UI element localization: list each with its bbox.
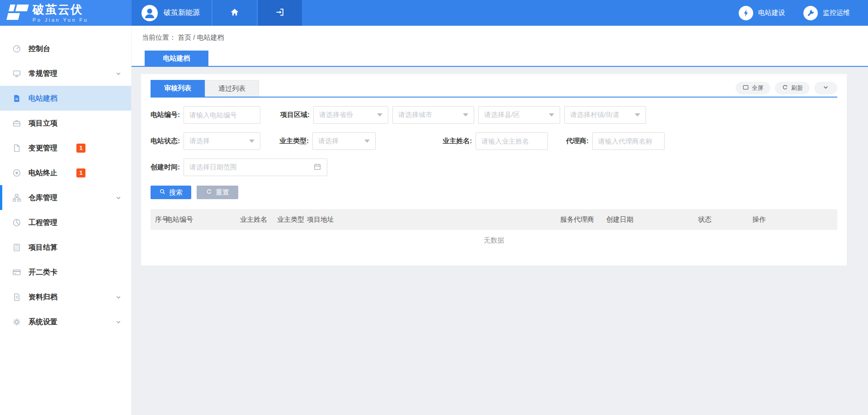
city-select[interactable]: 请选择城市	[392, 106, 474, 124]
refresh-icon	[782, 84, 788, 92]
home-icon	[230, 7, 240, 19]
caret-down-icon	[549, 113, 554, 117]
owner-type-select[interactable]: 请选择	[312, 132, 376, 150]
fullscreen-button[interactable]: 全屏	[736, 82, 770, 94]
station-no-label: 电站编号:	[151, 111, 180, 119]
archive-icon	[12, 293, 21, 302]
refresh-label: 刷新	[791, 84, 803, 92]
logo-title: 破茧云伏	[33, 4, 88, 15]
search-button[interactable]: 搜索	[151, 186, 191, 199]
filter-actions: 搜索 重置	[151, 186, 837, 199]
gear-icon	[12, 317, 21, 326]
column-header-project-address: 项目地址	[307, 215, 560, 224]
sidebar-item-console[interactable]: 控制台	[0, 36, 131, 61]
city-placeholder: 请选择城市	[398, 111, 432, 119]
refresh-button[interactable]: 刷新	[775, 82, 810, 94]
header-spacer	[302, 0, 739, 26]
page-tab-station-archive[interactable]: 电站建档	[145, 51, 208, 66]
file-icon	[12, 144, 21, 153]
collapse-toggle-button[interactable]	[814, 82, 837, 94]
user-name: 破茧新能源	[164, 8, 200, 18]
owner-name-label: 业主姓名:	[443, 137, 472, 145]
home-button[interactable]	[212, 0, 257, 26]
module-label: 电站建设	[758, 9, 785, 17]
sidebar-item-change-mgmt[interactable]: 变更管理 1	[0, 135, 131, 160]
filter-row-3: 创建时间: 请选择日期范围	[151, 159, 837, 176]
file-text-icon	[12, 94, 21, 103]
caret-down-icon	[249, 140, 255, 143]
sidebar-item-label: 开二类卡	[28, 269, 57, 276]
main-area: 当前位置： 首页 / 电站建档 电站建档 审核列表 通过列表 全屏	[132, 26, 868, 415]
tab-review-list[interactable]: 审核列表	[151, 80, 205, 97]
sidebar-item-label: 常规管理	[28, 70, 57, 77]
breadcrumb-path[interactable]: 首页 / 电站建档	[178, 33, 224, 41]
panel-tools: 全屏 刷新	[736, 82, 837, 97]
logout-button[interactable]	[257, 0, 302, 26]
sidebar-item-label: 系统设置	[28, 318, 57, 326]
station-status-select[interactable]: 请选择	[184, 132, 260, 150]
breadcrumb-prefix: 当前位置：	[142, 33, 176, 41]
reset-button[interactable]: 重置	[197, 186, 238, 199]
sidebar-item-project-settlement[interactable]: 项目结算	[0, 235, 131, 260]
sidebar-item-station-archive[interactable]: 电站建档	[0, 86, 131, 111]
app-logo: 破茧云伏 Po Jian Yun Fu	[0, 0, 132, 26]
agent-input[interactable]	[592, 132, 665, 150]
notification-badge: 1	[76, 144, 85, 153]
date-range-placeholder: 请选择日期范围	[189, 163, 237, 172]
topbar: 当前位置： 首页 / 电站建档 电站建档	[132, 26, 868, 67]
station-no-input[interactable]	[184, 106, 260, 124]
sidebar-item-label: 项目立项	[28, 120, 57, 127]
column-header-status: 状态	[698, 215, 752, 224]
column-header-index: 序号	[151, 215, 166, 224]
sidebar-item-open-class2-card[interactable]: 开二类卡	[0, 260, 131, 284]
module-station-build[interactable]: 电站建设	[739, 0, 785, 26]
fullscreen-icon	[742, 84, 749, 92]
empty-state-text: 无数据	[151, 230, 837, 251]
sidebar-item-system-settings[interactable]: 系统设置	[0, 309, 131, 334]
sidebar-item-general-mgmt[interactable]: 常规管理	[0, 61, 131, 86]
sidebar-item-label: 工程管理	[28, 219, 57, 226]
calendar-icon	[313, 163, 321, 172]
province-select[interactable]: 请选择省份	[313, 106, 388, 124]
content-area: 审核列表 通过列表 全屏 刷新	[132, 67, 868, 266]
module-monitor-ops[interactable]: 监控运维	[803, 0, 850, 26]
calculator-icon	[12, 243, 21, 252]
sidebar-item-label: 电站终止	[28, 169, 57, 177]
sitemap-icon	[12, 193, 21, 202]
briefcase-icon	[12, 119, 21, 128]
town-placeholder: 请选择村镇/街道	[570, 111, 619, 119]
owner-type-placeholder: 请选择	[318, 137, 339, 145]
breadcrumb: 当前位置： 首页 / 电站建档	[132, 26, 868, 42]
chevron-down-icon	[822, 84, 829, 92]
user-menu[interactable]: 破茧新能源	[132, 0, 212, 26]
tab-passed-list[interactable]: 通过列表	[205, 80, 259, 97]
logo-subtitle: Po Jian Yun Fu	[33, 17, 88, 23]
pie-chart-icon	[12, 218, 21, 227]
sidebar-item-warehouse-mgmt[interactable]: 仓库管理	[0, 185, 131, 210]
agent-label: 代理商:	[566, 137, 589, 145]
column-header-created-date: 创建日期	[606, 215, 698, 224]
fullscreen-label: 全屏	[752, 84, 764, 92]
town-select[interactable]: 请选择村镇/街道	[564, 106, 646, 124]
county-select[interactable]: 请选择县/区	[478, 106, 560, 124]
sidebar-item-label: 控制台	[28, 45, 50, 52]
sidebar-item-engineering-mgmt[interactable]: 工程管理	[0, 210, 131, 235]
module-label: 监控运维	[823, 9, 850, 17]
chevron-down-icon	[115, 194, 122, 201]
date-range-input[interactable]: 请选择日期范围	[184, 159, 327, 176]
sidebar-item-label: 变更管理	[28, 145, 57, 152]
sidebar-item-station-termination[interactable]: 电站终止 1	[0, 160, 131, 185]
sidebar-item-label: 仓库管理	[28, 194, 57, 201]
created-time-label: 创建时间:	[151, 163, 180, 172]
station-status-label: 电站状态:	[151, 137, 180, 145]
owner-name-input[interactable]	[476, 132, 548, 150]
county-placeholder: 请选择县/区	[484, 111, 520, 119]
sidebar-item-data-archive[interactable]: 资料归档	[0, 284, 131, 309]
status-placeholder: 请选择	[189, 137, 210, 145]
sidebar-item-project-initiation[interactable]: 项目立项	[0, 111, 131, 135]
search-label: 搜索	[169, 188, 183, 197]
chevron-down-icon	[115, 70, 122, 77]
reset-icon	[206, 188, 212, 196]
filter-row-1: 电站编号: 项目区域: 请选择省份 请选择城市 请选择县/区 请选择村镇/街道	[151, 106, 837, 124]
notification-badge: 1	[76, 168, 85, 177]
